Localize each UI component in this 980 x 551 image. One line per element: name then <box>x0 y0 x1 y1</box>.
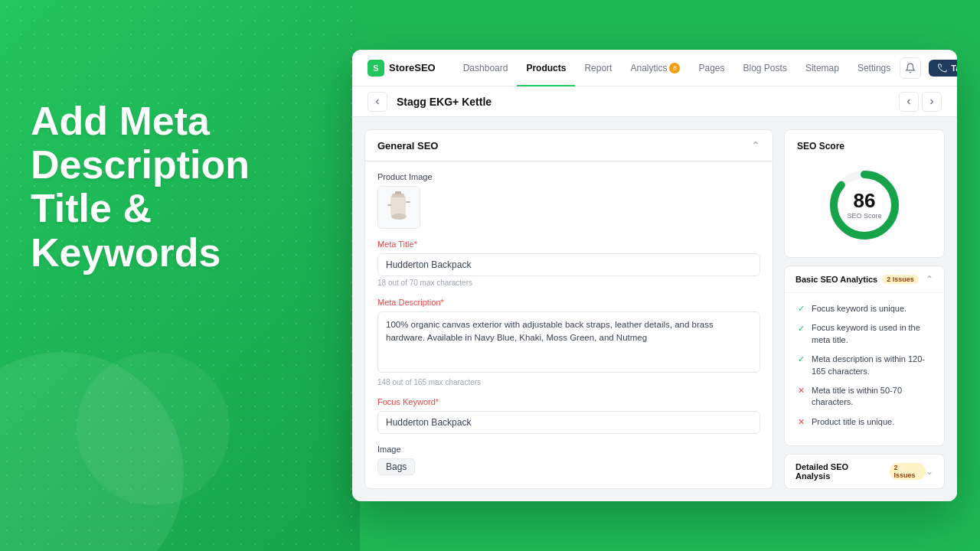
check-item-1: ✓ Focus keyword is unique. <box>795 299 933 318</box>
product-image-label: Product Image <box>377 172 760 181</box>
check-text-3: Meta description is within 120-165 chara… <box>812 354 933 377</box>
nav-arrows <box>899 92 942 112</box>
background-left <box>0 0 360 551</box>
nav-analytics[interactable]: Analytics 8 <box>621 50 689 86</box>
sub-header: Stagg EKG+ Kettle <box>352 86 957 117</box>
check-item-2: ✓ Focus keyword is used in the meta titl… <box>795 318 933 350</box>
main-content: General SEO ⌃ Product Image <box>352 117 957 501</box>
meta-description-char-count: 148 out of 165 max characters <box>377 378 760 386</box>
next-button[interactable] <box>922 92 942 112</box>
focus-keyword-label: Focus Keyword* <box>377 397 760 406</box>
image-tag: Bags <box>377 458 415 475</box>
svg-point-3 <box>391 214 407 220</box>
page-title: Stagg EKG+ Kettle <box>397 96 890 108</box>
seo-score-title: SEO Score <box>797 141 932 152</box>
detailed-collapse-button[interactable]: ⌄ <box>926 466 933 477</box>
score-sublabel: SEO Score <box>847 212 881 220</box>
prev-button[interactable] <box>899 92 919 112</box>
svg-rect-0 <box>390 195 406 217</box>
headline-line2: Description <box>31 143 250 187</box>
score-circle-container: 86 SEO Score <box>797 161 932 246</box>
check-text-2: Focus keyword is used in the meta title. <box>812 322 933 346</box>
detailed-issues-badge: 2 Issues <box>890 463 926 480</box>
seo-score-card: SEO Score 86 SEO Score <box>784 129 945 258</box>
check-text-5: Product title is unique. <box>812 416 894 428</box>
check-icon-3: ✓ <box>795 354 806 365</box>
check-icon-5: ✕ <box>795 417 806 428</box>
score-number: 86 <box>854 191 876 210</box>
logo-area: S StoreSEO <box>368 60 436 77</box>
panel-collapse-button[interactable]: ⌃ <box>751 139 760 152</box>
meta-title-input[interactable] <box>377 253 760 276</box>
detailed-title-row: Detailed SEO Analysis 2 Issues <box>795 462 926 481</box>
panel-header: General SEO ⌃ <box>365 130 773 161</box>
detailed-header: Detailed SEO Analysis 2 Issues ⌄ <box>785 455 944 488</box>
analytics-body: ✓ Focus keyword is unique. ✓ Focus keywo… <box>785 293 944 438</box>
nav-blog-posts[interactable]: Blog Posts <box>734 50 796 86</box>
product-image-box[interactable] <box>377 186 420 229</box>
panel-body: Product Image <box>365 161 773 488</box>
check-text-1: Focus keyword is unique. <box>812 303 906 315</box>
meta-description-field: Meta Description* 148 out of 165 max cha… <box>377 298 760 386</box>
headline-line1: Add Meta <box>31 99 250 143</box>
meta-title-char-count: 18 out of 70 max characters <box>377 279 760 287</box>
analytics-collapse-button[interactable]: ⌃ <box>926 274 933 285</box>
meta-description-input[interactable] <box>377 311 760 373</box>
focus-keyword-input[interactable] <box>377 411 760 434</box>
analytics-badge: 8 <box>669 63 680 73</box>
detailed-seo-card: Detailed SEO Analysis 2 Issues ⌄ <box>784 454 945 489</box>
image-field: Image Bags <box>377 445 760 475</box>
nav-sitemap[interactable]: Sitemap <box>796 50 848 86</box>
nav-report[interactable]: Report <box>575 50 621 86</box>
svg-rect-4 <box>406 201 410 203</box>
detailed-title: Detailed SEO Analysis <box>795 462 885 481</box>
check-item-5: ✕ Product title is unique. <box>795 412 933 432</box>
bell-button[interactable] <box>900 57 921 79</box>
svg-rect-2 <box>395 191 401 194</box>
analytics-header: Basic SEO Analytics 2 Issues ⌃ <box>785 266 944 293</box>
analytics-title-row: Basic SEO Analytics 2 Issues <box>795 275 919 284</box>
basic-seo-analytics-card: Basic SEO Analytics 2 Issues ⌃ ✓ Focus k… <box>784 266 945 446</box>
nav-pages[interactable]: Pages <box>689 50 733 86</box>
check-icon-1: ✓ <box>795 304 806 315</box>
app-window: S StoreSEO Dashboard Products Report Ana… <box>352 50 957 501</box>
general-seo-panel: General SEO ⌃ Product Image <box>364 129 773 489</box>
check-icon-2: ✓ <box>795 323 806 334</box>
expert-button[interactable]: Talk To SEO Expert <box>929 60 957 77</box>
issues-badge: 2 Issues <box>882 275 919 284</box>
score-circle: 86 SEO Score <box>826 167 903 243</box>
nav-dashboard[interactable]: Dashboard <box>454 50 518 86</box>
image-label: Image <box>377 445 760 454</box>
headline-line3: Title & <box>31 187 250 230</box>
nav-bar: S StoreSEO Dashboard Products Report Ana… <box>352 50 957 86</box>
check-icon-4: ✕ <box>795 386 806 396</box>
meta-description-label: Meta Description* <box>377 298 760 307</box>
nav-settings[interactable]: Settings <box>848 50 900 86</box>
product-image-field: Product Image <box>377 172 760 229</box>
check-item-4: ✕ Meta title is within 50-70 characters. <box>795 381 933 412</box>
analytics-title: Basic SEO Analytics <box>795 275 877 284</box>
meta-title-label: Meta Title* <box>377 240 760 249</box>
panel-title: General SEO <box>377 140 438 152</box>
focus-keyword-field: Focus Keyword* <box>377 397 760 434</box>
nav-items: Dashboard Products Report Analytics 8 Pa… <box>454 50 900 86</box>
nav-actions: Talk To SEO Expert <box>900 57 957 79</box>
headline-line4: Keywords <box>31 231 250 275</box>
back-button[interactable] <box>368 92 387 112</box>
score-center: 86 SEO Score <box>826 167 903 243</box>
nav-products[interactable]: Products <box>517 50 575 86</box>
logo-icon: S <box>368 60 384 77</box>
svg-rect-5 <box>387 204 391 206</box>
meta-title-field: Meta Title* 18 out of 70 max characters <box>377 240 760 287</box>
check-text-4: Meta title is within 50-70 characters. <box>812 385 933 409</box>
headline: Add Meta Description Title & Keywords <box>31 99 250 275</box>
check-item-3: ✓ Meta description is within 120-165 cha… <box>795 350 933 381</box>
decorative-circle-2 <box>77 352 230 505</box>
right-panel: SEO Score 86 SEO Score <box>784 129 945 489</box>
logo-text: StoreSEO <box>389 62 436 73</box>
